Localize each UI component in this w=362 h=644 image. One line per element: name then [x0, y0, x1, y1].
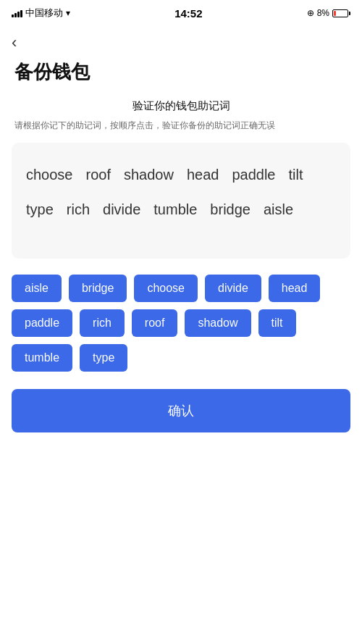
word-display-box: chooseroofshadowheadpaddletilttyperichdi…	[12, 143, 350, 259]
section-title: 验证你的钱包助记词	[0, 99, 362, 113]
bottom-area	[0, 454, 362, 498]
battery-percent: 8%	[317, 8, 329, 18]
status-left: 中国移动 ▾	[12, 7, 70, 20]
word-box-content: chooseroofshadowheadpaddletilttyperichdi…	[26, 157, 336, 227]
word-chip[interactable]: divide	[205, 275, 261, 302]
word-chip[interactable]: tilt	[258, 309, 296, 337]
word-slot: paddle	[232, 157, 275, 192]
confirm-button[interactable]: 确认	[12, 389, 350, 432]
status-right: ⊕ 8%	[307, 8, 350, 18]
word-chip[interactable]: aisle	[12, 275, 62, 302]
chips-area: aislebridgechoosedivideheadpaddlerichroo…	[12, 275, 350, 372]
word-slot: aisle	[264, 192, 293, 227]
word-slot: type	[26, 192, 54, 227]
status-bar: 中国移动 ▾ 14:52 ⊕ 8%	[0, 0, 362, 26]
word-slot: choose	[26, 157, 73, 192]
status-time: 14:52	[174, 7, 202, 20]
word-chip[interactable]: tumble	[12, 344, 72, 372]
word-chip[interactable]: head	[269, 275, 321, 302]
word-chip[interactable]: shadow	[185, 309, 251, 337]
word-slot: head	[187, 157, 219, 192]
word-chip[interactable]: rich	[80, 309, 125, 337]
back-button[interactable]: ‹	[0, 26, 362, 55]
word-slot: tilt	[288, 157, 303, 192]
word-slot: shadow	[124, 157, 174, 192]
word-slot: divide	[103, 192, 140, 227]
word-chip[interactable]: roof	[132, 309, 178, 337]
word-chip[interactable]: type	[80, 344, 127, 372]
word-slot: rich	[67, 192, 90, 227]
carrier-label: 中国移动	[25, 7, 63, 20]
section-desc: 请根据你记下的助记词，按顺序点击，验证你备份的助记词正确无误	[0, 119, 362, 143]
location-icon: ⊕	[307, 8, 314, 18]
word-slot: tumble	[153, 192, 197, 227]
battery-icon	[332, 9, 350, 17]
word-chip[interactable]: paddle	[12, 309, 72, 337]
word-chip[interactable]: choose	[134, 275, 198, 302]
word-slot: roof	[86, 157, 111, 192]
word-chip[interactable]: bridge	[69, 275, 127, 302]
signal-icon	[12, 9, 22, 17]
page-title: 备份钱包	[0, 55, 362, 99]
word-slot: bridge	[210, 192, 251, 227]
back-arrow-icon: ‹	[12, 35, 17, 51]
wifi-icon: ▾	[66, 8, 70, 18]
